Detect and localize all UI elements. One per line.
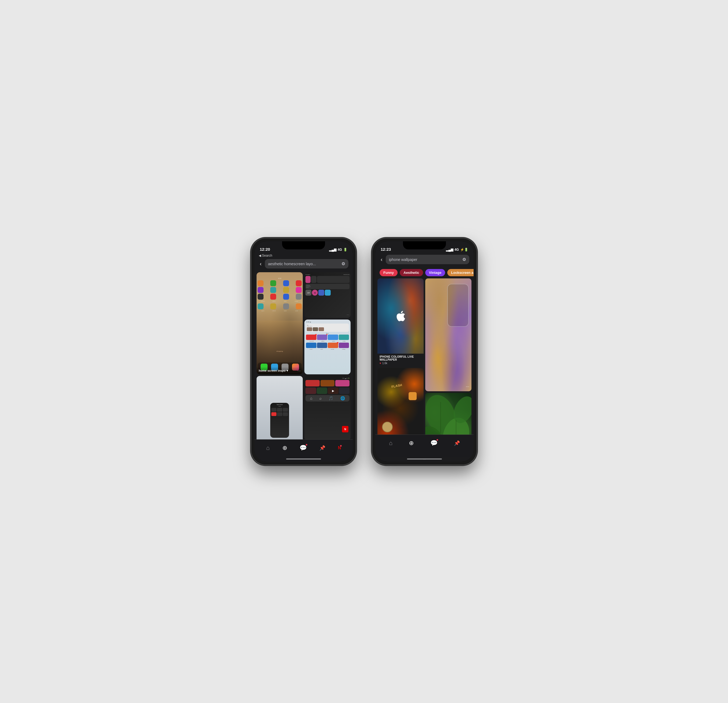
network-right: 4G <box>455 248 459 252</box>
pin-col-right: Instagrambandsintown Settings <box>304 272 351 439</box>
wallpaper-cols: IPHONE COLORFUL LIVE WALLPAPER ♥ 1.6k <box>377 278 471 434</box>
app-icon <box>283 280 289 286</box>
pin-grid-left: 10:02 <box>254 271 353 439</box>
netflix-dot-left <box>340 445 342 447</box>
nav-home-right[interactable]: ⌂ <box>389 440 393 447</box>
wallpaper-sticker-item[interactable]: FLASH break <box>377 368 424 434</box>
likes-count-colorful: 1.6k <box>382 362 387 365</box>
search-row-right: ‹ iphone wallpaper ⚙ <box>380 255 469 264</box>
wallpaper-sticker-img: FLASH break <box>377 368 424 434</box>
chips-row-right: Funny Aesthetic Vintage Lockscreen a <box>375 267 474 278</box>
app-icon <box>258 304 264 309</box>
pin-hand-phone[interactable]: Sarah Smith mobile <box>257 376 303 439</box>
battery-left: 🔋 <box>343 248 347 252</box>
app-icon <box>283 294 289 299</box>
chat-icon-left: 💬 <box>299 444 307 451</box>
app-icon <box>283 304 289 309</box>
back-button-right[interactable]: ‹ <box>380 255 384 264</box>
heart-icon-colorful: ♥ <box>380 362 381 365</box>
notch-right <box>403 241 446 249</box>
status-icons-right: ▂▄▆ 4G ⚡🔋 <box>446 248 468 252</box>
app-icon <box>296 294 302 299</box>
search-header-left: ‹ aesthetic homescreen layo... ⚙ <box>254 257 353 271</box>
battery-right: ⚡🔋 <box>460 248 468 252</box>
pin-icon-left: 📌 <box>319 445 325 451</box>
nav-pin-right[interactable]: 📌 <box>454 440 460 446</box>
pin-label-homescreen: home screen inspo ♥ ··· <box>257 367 303 374</box>
nav-chat-left[interactable]: 💬 <box>299 444 307 451</box>
chip-aesthetic[interactable]: Aesthetic <box>400 269 423 276</box>
app-icon <box>270 304 276 309</box>
wallpaper-tropical-item[interactable] <box>425 393 471 434</box>
home-icon-left: ⌂ <box>266 444 269 451</box>
pin-top-right[interactable]: Instagrambandsintown Settings <box>304 272 351 318</box>
nav-pin-left[interactable]: 📌 <box>319 445 325 451</box>
back-arrow-left[interactable]: ◀ Search <box>259 254 272 257</box>
app-icon <box>258 294 264 299</box>
left-screen-content: ◀ Search ‹ aesthetic homescreen layo... … <box>254 253 353 462</box>
search-bar-right[interactable]: iphone wallpaper ⚙ <box>386 255 469 264</box>
wallpaper-marbled-item[interactable]: ··· <box>425 278 471 391</box>
nav-search-left[interactable]: ⊕ <box>282 444 287 451</box>
chat-icon-right: 💬 <box>430 440 438 447</box>
signal-icon-right: ▂▄▆ <box>446 248 453 252</box>
filter-icon-right[interactable]: ⚙ <box>462 257 466 262</box>
wallpaper-colorful-img <box>377 278 424 354</box>
phone-right: 12:23 ▂▄▆ 4G ⚡🔋 ‹ iphone wallpaper ⚙ <box>372 238 477 465</box>
pin-icon-right: 📌 <box>454 440 460 446</box>
search-bar-left[interactable]: aesthetic homescreen layo... ⚙ <box>265 259 348 269</box>
search-header-right: ‹ iphone wallpaper ⚙ <box>375 253 474 267</box>
time-right: 12:23 <box>381 247 391 252</box>
card-title-colorful: IPHONE COLORFUL LIVE WALLPAPER <box>380 355 422 361</box>
pin-label-text-homescreen: home screen inspo ♥ <box>259 369 288 372</box>
pin-homescreen-item[interactable]: 10:02 <box>257 272 303 374</box>
chat-dot-right <box>436 439 438 441</box>
notch-left <box>282 241 325 249</box>
pin-col-left: 10:02 <box>257 272 303 439</box>
chip-lockscreen[interactable]: Lockscreen a <box>447 269 474 276</box>
wallpaper-tropical-img <box>425 393 471 434</box>
nav-search-right[interactable]: ⊕ <box>409 440 414 447</box>
nav-chat-right[interactable]: 💬 <box>430 440 438 447</box>
apple-logo <box>394 309 407 323</box>
wallpaper-col-right: ··· <box>425 278 471 434</box>
back-button-left[interactable]: ‹ <box>259 260 263 268</box>
app-icon <box>270 287 276 293</box>
app-icon <box>296 287 302 293</box>
app-icon <box>258 280 264 286</box>
filter-icon-left[interactable]: ⚙ <box>341 261 345 266</box>
phone-left: 12:20 ▂▄▆ 4G 🔋 ◀ Search ‹ aesthetic home… <box>251 238 356 465</box>
status-icons-left: ▂▄▆ 4G 🔋 <box>329 248 347 252</box>
home-indicator-right <box>407 459 442 460</box>
network-left: 4G <box>338 248 342 252</box>
home-icon-right: ⌂ <box>389 440 393 447</box>
pin-bottom-right-item[interactable]: 6:48 ▂▄ 4G 🔋 <box>304 376 351 439</box>
app-icon <box>283 287 289 293</box>
search-row-left: ‹ aesthetic homescreen layo... ⚙ <box>259 259 348 269</box>
pin-cols: 10:02 <box>257 272 351 439</box>
search-text-right: iphone wallpaper <box>389 257 417 262</box>
app-icon <box>296 304 302 309</box>
pin-ios-layout[interactable]: 13:08 ◀ ayo morgan leigh ● <box>304 320 351 374</box>
pin-more-dots-1[interactable]: ··· <box>298 369 300 373</box>
app-icon <box>258 287 264 293</box>
wallpaper-col-left: IPHONE COLORFUL LIVE WALLPAPER ♥ 1.6k <box>377 278 424 434</box>
app-icon <box>296 280 302 286</box>
dots-more-marbled[interactable]: ··· <box>466 384 469 389</box>
home-indicator-left <box>286 459 321 460</box>
wallpaper-colorful-item[interactable]: IPHONE COLORFUL LIVE WALLPAPER ♥ 1.6k <box>377 278 424 366</box>
search-text-left: aesthetic homescreen layo... <box>268 262 316 266</box>
phone-left-screen: 12:20 ▂▄▆ 4G 🔋 ◀ Search ‹ aesthetic home… <box>254 241 353 462</box>
wallpaper-grid: IPHONE COLORFUL LIVE WALLPAPER ♥ 1.6k <box>375 278 474 434</box>
wallpaper-marbled-img <box>425 278 471 391</box>
signal-icon-left: ▂▄▆ <box>329 248 337 252</box>
card-likes-colorful: ♥ 1.6k <box>380 362 422 365</box>
chip-vintage[interactable]: Vintage <box>425 269 445 276</box>
nav-netflix-left[interactable]: N <box>338 446 341 450</box>
nav-home-left[interactable]: ⌂ <box>266 444 269 451</box>
bottom-nav-right: ⌂ ⊕ 💬 📌 <box>375 434 474 457</box>
time-left: 12:20 <box>260 247 270 252</box>
app-icon <box>270 294 276 299</box>
back-label-left: ◀ Search <box>254 253 353 257</box>
chip-funny[interactable]: Funny <box>380 269 397 276</box>
